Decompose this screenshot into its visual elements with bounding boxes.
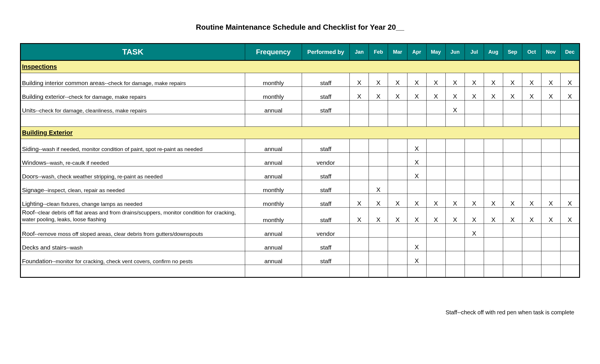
cell-performed-by: staff [302,100,350,114]
empty-cell [541,114,560,127]
col-month-feb: Feb [369,44,388,61]
cell-month [350,238,369,251]
cell-month [350,224,369,238]
empty-cell [369,114,388,127]
cell-month [445,224,465,238]
cell-month [350,139,369,153]
table-row: Building exterior--check for damage, mak… [21,87,580,100]
cell-performed-by: staff [302,166,350,180]
cell-month [369,139,388,153]
empty-cell [302,114,350,127]
cell-month: X [503,73,522,87]
task-sub: --remove moss off sloped areas, clear de… [35,231,203,237]
cell-month [445,180,465,194]
table-row: Building interior common areas--check fo… [21,73,580,87]
cell-month [503,153,522,166]
cell-month [388,153,407,166]
empty-cell [445,265,465,277]
cell-frequency: monthly [245,208,302,224]
empty-cell [407,265,426,277]
cell-month: X [560,194,579,208]
cell-month: X [407,238,426,251]
table-row: Lighting--clean fixtures, change lamps a… [21,194,580,208]
cell-performed-by: staff [302,139,350,153]
col-month-aug: Aug [484,44,503,61]
empty-cell [388,265,407,277]
empty-cell [560,265,579,277]
table-row: Doors--wash, check weather stripping, re… [21,166,580,180]
cell-performed-by: staff [302,194,350,208]
cell-month: X [369,194,388,208]
cell-month: X [407,73,426,87]
task-sub: --clear debris off flat areas and from d… [22,210,236,222]
cell-month: X [445,100,465,114]
cell-month [541,224,560,238]
task-sub: --monitor for cracking, check vent cover… [52,258,193,264]
empty-cell [560,114,579,127]
table-row: Windows--wash, re-caulk if neededannualv… [21,153,580,166]
cell-month: X [522,87,541,100]
cell-month [484,238,503,251]
cell-month [407,224,426,238]
cell-month: X [388,73,407,87]
task-main: Doors [22,173,38,180]
task-sub: --wash [66,245,83,251]
cell-month [484,166,503,180]
cell-month [426,251,445,265]
cell-month [484,224,503,238]
empty-cell [522,114,541,127]
cell-month [445,153,465,166]
empty-cell [484,265,503,277]
cell-month [350,153,369,166]
table-row: Siding--wash if needed, monitor conditio… [21,139,580,153]
table-body: InspectionsBuilding interior common area… [21,61,580,277]
col-month-jan: Jan [350,44,369,61]
cell-month: X [503,87,522,100]
cell-frequency: annual [245,224,302,238]
cell-month [484,180,503,194]
empty-cell [245,114,302,127]
empty-cell [426,114,445,127]
cell-month: X [503,194,522,208]
task-main: Signage [22,187,44,193]
task-main: Lighting [22,200,43,207]
empty-cell [484,114,503,127]
section-label: Inspections [21,61,580,73]
cell-month [388,251,407,265]
task-main: Foundation [22,258,52,264]
empty-cell [369,265,388,277]
cell-month [426,100,445,114]
task-sub: --wash, re-caulk if needed [46,160,109,166]
cell-frequency: annual [245,251,302,265]
task-main: Roof [22,230,35,237]
empty-cell [541,265,560,277]
cell-month: X [407,208,426,224]
cell-month [350,166,369,180]
cell-task: Building exterior--check for damage, mak… [21,87,245,100]
cell-month: X [407,194,426,208]
cell-month: X [407,251,426,265]
spacer-row [21,114,580,127]
cell-month [369,100,388,114]
col-month-dec: Dec [560,44,579,61]
cell-frequency: annual [245,100,302,114]
cell-month [465,100,484,114]
task-sub: --check for damage, make repairs [105,80,186,86]
table-row: Foundation--monitor for cracking, check … [21,251,580,265]
cell-month [388,139,407,153]
cell-month [503,166,522,180]
cell-month [388,180,407,194]
cell-month: X [560,208,579,224]
cell-month: X [465,194,484,208]
cell-month [484,139,503,153]
cell-month: X [407,153,426,166]
cell-task: Decks and stairs--wash [21,238,245,251]
empty-cell [302,265,350,277]
cell-month: X [445,73,465,87]
cell-task: Windows--wash, re-caulk if needed [21,153,245,166]
cell-month: X [541,87,560,100]
cell-month [541,153,560,166]
cell-month [560,153,579,166]
table-row: Decks and stairs--washannualstaffX [21,238,580,251]
cell-month [445,139,465,153]
